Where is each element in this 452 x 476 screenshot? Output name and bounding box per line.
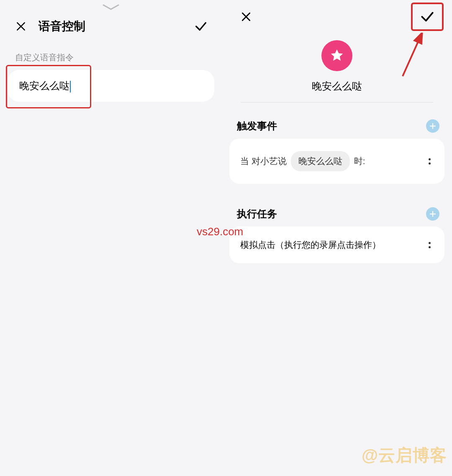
drag-handle-icon[interactable]	[103, 4, 119, 12]
more-icon[interactable]	[425, 242, 434, 248]
trigger-suffix: 时:	[354, 155, 365, 167]
page-title: 语音控制	[39, 18, 85, 34]
right-pane: 晚安么么哒 触发事件 当 对小艺说 晚安么么哒 时: 执行任务 模拟点击（执行您…	[222, 0, 452, 476]
add-task-button[interactable]	[426, 207, 439, 221]
task-item: 模拟点击（执行您的录屏点击操作）	[240, 239, 381, 251]
left-pane: 语音控制 自定义语音指令 晚安么么哒	[0, 0, 222, 476]
scene-star-icon	[321, 40, 352, 71]
voice-command-input[interactable]: 晚安么么哒	[8, 70, 214, 102]
task-card: 模拟点击（执行您的录屏点击操作）	[229, 226, 444, 263]
trigger-chip[interactable]: 晚安么么哒	[291, 151, 350, 171]
trigger-prefix: 当 对小艺说	[240, 155, 287, 167]
confirm-icon[interactable]	[193, 18, 209, 35]
trigger-card: 当 对小艺说 晚安么么哒 时:	[229, 139, 444, 184]
right-topbar	[222, 0, 452, 33]
close-icon[interactable]	[238, 8, 254, 25]
section-label: 自定义语音指令	[0, 41, 222, 70]
annotation-highlight-confirm	[411, 3, 444, 31]
tasks-section-header: 执行任务	[222, 204, 452, 226]
input-value: 晚安么么哒	[19, 80, 69, 91]
more-icon[interactable]	[425, 158, 434, 165]
text-caret	[70, 81, 71, 93]
scene-title: 晚安么么哒	[241, 80, 433, 103]
confirm-icon[interactable]	[419, 8, 436, 25]
left-topbar: 语音控制	[0, 12, 222, 41]
trigger-section-header: 触发事件	[222, 116, 452, 139]
tasks-heading: 执行任务	[237, 207, 277, 221]
trigger-heading: 触发事件	[237, 119, 277, 133]
add-trigger-button[interactable]	[426, 119, 439, 133]
close-icon[interactable]	[13, 18, 29, 35]
